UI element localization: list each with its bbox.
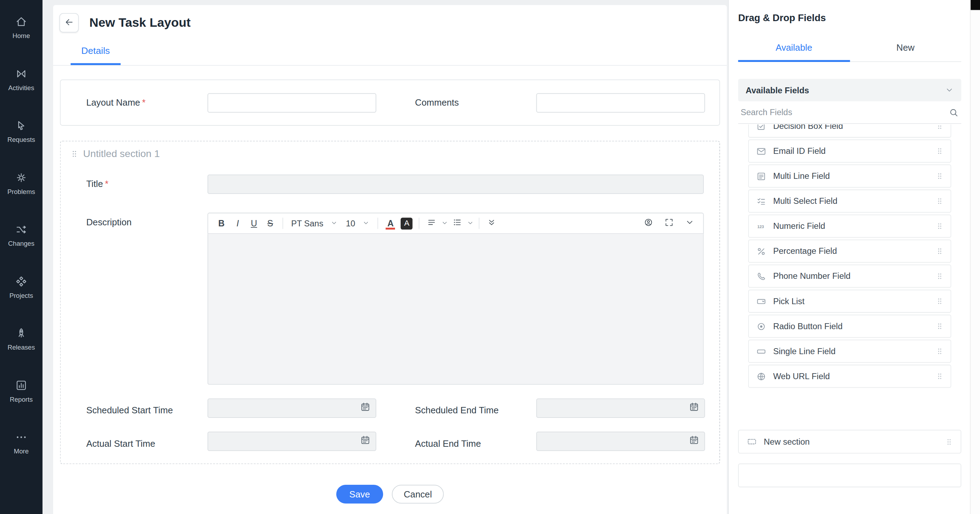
font-family-select[interactable]: PT Sans (287, 215, 342, 231)
partial-field-card[interactable] (738, 464, 961, 488)
toolbar-separator (282, 217, 283, 229)
drag-handle-icon[interactable] (945, 437, 953, 446)
field-item-multi-select[interactable]: Multi Select Field (748, 189, 951, 212)
field-item-single-line[interactable]: Single Line Field (748, 340, 951, 363)
field-item-radio[interactable]: Radio Button Field (748, 315, 951, 338)
sidebar-item-reports[interactable]: Reports (0, 365, 43, 417)
align-button[interactable] (424, 215, 439, 231)
web-url-icon (756, 371, 766, 382)
editor-options-button[interactable] (682, 215, 697, 231)
tab-details[interactable]: Details (71, 45, 121, 65)
field-item-percentage[interactable]: Percentage Field (748, 240, 951, 263)
field-item-email[interactable]: Email ID Field (748, 139, 951, 163)
sidebar-item-projects[interactable]: Projects (0, 261, 43, 313)
drag-handle-icon[interactable] (935, 197, 944, 205)
underline-button[interactable]: U (246, 215, 262, 231)
actual-start-input[interactable] (208, 432, 376, 451)
field-item-numeric[interactable]: 123Numeric Field (748, 214, 951, 238)
available-fields-group-header[interactable]: Available Fields (738, 79, 961, 101)
align-dropdown-button[interactable] (441, 215, 449, 231)
drag-handle-icon[interactable] (935, 322, 944, 330)
chevron-down-icon (467, 218, 474, 228)
cancel-button[interactable]: Cancel (392, 485, 444, 503)
list-dropdown-button[interactable] (466, 215, 474, 231)
field-item-label: Phone Number Field (773, 271, 851, 281)
actual-end-label: Actual End Time (415, 434, 536, 449)
scheduled-start-input[interactable] (208, 399, 376, 418)
drag-handle-icon[interactable] (935, 147, 944, 155)
actual-end-input[interactable] (536, 432, 705, 451)
field-item-label: Web URL Field (773, 372, 830, 381)
drag-handle-icon[interactable] (935, 125, 944, 130)
title-input[interactable] (208, 175, 704, 194)
sidebar-item-releases[interactable]: Releases (0, 313, 43, 364)
sidebar-item-more[interactable]: More (0, 417, 43, 468)
requests-icon (15, 119, 28, 132)
comments-input[interactable] (536, 93, 705, 112)
field-item-label: Email ID Field (773, 147, 826, 156)
sidebar-item-label: Requests (7, 136, 35, 143)
sidebar-item-changes[interactable]: Changes (0, 209, 43, 260)
list-button[interactable] (450, 215, 465, 231)
bold-button[interactable]: B (213, 215, 229, 231)
background-color-button[interactable]: A (399, 215, 414, 231)
mention-button[interactable] (641, 215, 656, 231)
field-item-decision-box[interactable]: Decision Box Field (748, 125, 951, 138)
back-button[interactable] (59, 13, 79, 32)
decision-box-icon (756, 125, 766, 132)
scrollbar-thumb[interactable] (970, 0, 980, 10)
svg-text:123: 123 (757, 224, 764, 228)
email-icon (756, 146, 766, 156)
section-drag-handle-icon[interactable] (70, 150, 79, 158)
scheduled-end-input[interactable] (536, 399, 705, 418)
actual-time-row: Actual Start Time Actual End Time (86, 432, 703, 451)
field-item-phone[interactable]: Phone Number Field (748, 265, 951, 288)
save-button[interactable]: Save (336, 485, 383, 503)
more-formats-button[interactable] (484, 215, 500, 231)
double-chevron-icon (487, 217, 497, 229)
drag-handle-icon[interactable] (935, 372, 944, 380)
new-section-item[interactable]: New section (738, 430, 961, 454)
strikethrough-button[interactable]: S (262, 215, 278, 231)
field-item-multi-line[interactable]: Multi Line Field (748, 164, 951, 188)
tab-available[interactable]: Available (738, 37, 850, 62)
numeric-icon: 123 (756, 221, 766, 231)
layout-name-input[interactable] (208, 93, 376, 112)
sidebar-item-home[interactable]: Home (0, 2, 43, 53)
section-header[interactable]: Untitled section 1 (70, 148, 704, 160)
drag-handle-icon[interactable] (935, 222, 944, 230)
single-line-icon (756, 346, 766, 357)
drag-handle-icon[interactable] (935, 347, 944, 355)
calendar-icon (360, 435, 371, 448)
field-item-label: Multi Select Field (773, 196, 838, 206)
panel-tab-bar: Available New (738, 37, 961, 62)
text-color-button[interactable]: A (383, 215, 398, 231)
vertical-scrollbar[interactable] (970, 0, 980, 514)
section-title: Untitled section 1 (83, 148, 160, 160)
section-icon (746, 436, 757, 447)
font-size-select[interactable]: 10 (342, 215, 373, 231)
drag-handle-icon[interactable] (935, 172, 944, 180)
sidebar-item-requests[interactable]: Requests (0, 105, 43, 157)
fullscreen-icon (665, 217, 674, 229)
description-label: Description (86, 212, 207, 227)
actual-start-group: Actual Start Time (86, 432, 376, 451)
field-item-web-url[interactable]: Web URL Field (748, 365, 951, 388)
field-item-pick-list[interactable]: Pick List (748, 290, 951, 313)
drag-handle-icon[interactable] (935, 272, 944, 280)
drag-handle-icon[interactable] (935, 297, 944, 305)
sidebar-item-activities[interactable]: Activities (0, 53, 43, 105)
panel-title: Drag & Drop Fields (738, 13, 961, 24)
sidebar-item-label: Reports (10, 395, 33, 402)
fullscreen-button[interactable] (661, 215, 677, 231)
description-editor-body[interactable] (208, 234, 704, 385)
sidebar-item-problems[interactable]: Problems (0, 157, 43, 209)
drag-drop-panel: Drag & Drop Fields Available New Availab… (728, 0, 980, 514)
search-input[interactable] (741, 108, 949, 117)
drag-handle-icon[interactable] (935, 247, 944, 255)
home-icon (15, 16, 28, 28)
tab-new[interactable]: New (850, 37, 961, 61)
italic-button[interactable]: I (230, 215, 245, 231)
search-icon[interactable] (949, 107, 959, 117)
page-header: New Task Layout (53, 5, 727, 38)
